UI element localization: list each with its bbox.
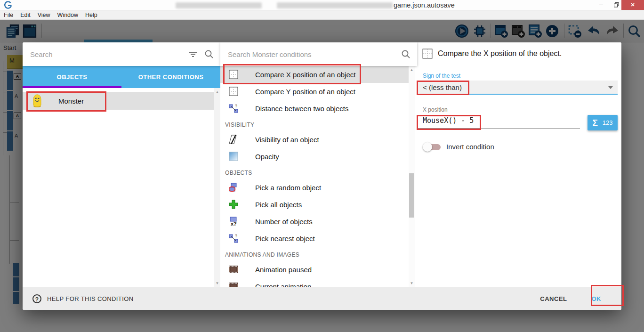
- condition-item-pick-nearest[interactable]: ? Pick nearest object: [220, 230, 409, 247]
- object-search-input[interactable]: [23, 50, 188, 58]
- distance-icon: ?: [228, 103, 239, 113]
- condition-item-animation-paused[interactable]: Animation paused: [220, 261, 409, 278]
- condition-list-scrollbar[interactable]: ▲ ▼: [409, 66, 415, 287]
- compare-x-icon: [228, 69, 239, 80]
- condition-item-distance[interactable]: ? Distance between two objects: [220, 100, 409, 117]
- condition-label: Visibility of an object: [255, 136, 319, 144]
- tab-objects[interactable]: OBJECTS: [23, 66, 121, 88]
- visibility-icon: [228, 134, 239, 145]
- condition-item-compare-y[interactable]: Compare Y position of an object: [220, 83, 409, 100]
- condition-section-header: OBJECTS: [220, 165, 409, 179]
- invert-condition-toggle[interactable]: [423, 142, 442, 152]
- object-search-card: [23, 42, 220, 66]
- condition-label: Compare X position of an object: [255, 71, 355, 79]
- sigma-icon: Σ: [592, 118, 597, 128]
- workspace: Start M A A A A: [0, 20, 644, 332]
- search-icon[interactable]: [204, 49, 214, 59]
- help-icon[interactable]: ?: [32, 294, 41, 303]
- condition-item-pick-random[interactable]: Pick a random object: [220, 179, 409, 196]
- condition-label: Animation paused: [255, 266, 312, 274]
- condition-list: Compare X position of an object Compare …: [220, 66, 409, 287]
- tab-other-conditions-label: OTHER CONDITIONS: [138, 73, 204, 81]
- object-list-scrollbar[interactable]: ▲ ▼: [214, 88, 220, 287]
- pick-nearest-icon: ?: [228, 233, 239, 243]
- sign-of-test-select[interactable]: < (less than): [418, 81, 618, 95]
- svg-text:x?: x?: [231, 221, 237, 226]
- condition-label: Pick all objects: [255, 201, 302, 209]
- ok-button[interactable]: OK: [592, 295, 602, 302]
- condition-description: Compare the X position of the object.: [438, 49, 562, 58]
- sign-of-test-label: Sign of the test: [423, 73, 460, 79]
- condition-item-current-animation[interactable]: Current animation: [220, 278, 409, 287]
- menu-window[interactable]: Window: [57, 12, 82, 18]
- condition-label: Opacity: [255, 153, 279, 161]
- object-list: Monster: [23, 88, 220, 287]
- sign-of-test-value: < (less than): [423, 83, 462, 91]
- svg-text:?: ?: [235, 104, 237, 108]
- tab-objects-label: OBJECTS: [57, 73, 88, 81]
- gdevelop-logo-icon: [4, 1, 12, 9]
- toggle-thumb: [423, 142, 432, 152]
- condition-label: Pick nearest object: [255, 235, 315, 243]
- restore-icon: [614, 2, 619, 8]
- current-animation-icon: [228, 281, 239, 287]
- search-icon[interactable]: [401, 49, 411, 59]
- condition-label: Compare Y position of an object: [255, 88, 355, 96]
- numbers-icon: 123: [603, 119, 613, 126]
- menu-file[interactable]: File: [4, 12, 17, 18]
- redacted-path-text: [176, 2, 262, 8]
- condition-item-opacity[interactable]: Opacity: [220, 148, 409, 165]
- condition-parameters-panel: Compare the X position of the object. Si…: [418, 42, 621, 287]
- condition-editor-dialog: OBJECTS OTHER CONDITIONS Monster: [23, 42, 621, 310]
- window-title: game.json.autosave: [394, 1, 455, 9]
- scroll-down-icon[interactable]: ▼: [409, 281, 415, 285]
- x-position-label: X position: [423, 106, 448, 113]
- left-panel-tabs: OBJECTS OTHER CONDITIONS: [23, 66, 220, 88]
- menu-view[interactable]: View: [38, 12, 55, 18]
- menu-edit[interactable]: Edit: [20, 12, 35, 18]
- active-tab-indicator: [23, 86, 121, 88]
- dialog-footer: ? HELP FOR THIS CONDITION CANCEL OK: [23, 287, 621, 310]
- condition-section-header: VISIBILITY: [220, 117, 409, 131]
- menu-help[interactable]: Help: [85, 12, 102, 18]
- compare-y-icon: [228, 86, 239, 97]
- object-item-monster[interactable]: Monster: [23, 92, 214, 110]
- close-button[interactable]: ✕: [621, 0, 644, 10]
- animation-paused-icon: [228, 264, 239, 275]
- invert-condition-label: Invert condition: [446, 143, 494, 151]
- tab-other-conditions[interactable]: OTHER CONDITIONS: [121, 66, 220, 88]
- cancel-button[interactable]: CANCEL: [540, 295, 567, 302]
- svg-text:?: ?: [235, 234, 237, 238]
- condition-search-input[interactable]: [220, 50, 401, 58]
- application-window: game.json.autosave – ✕ File Edit View Wi…: [0, 0, 644, 332]
- condition-section-header: ANIMATIONS AND IMAGES: [220, 247, 409, 261]
- scroll-up-icon[interactable]: ▲: [409, 68, 415, 72]
- title-bar: game.json.autosave – ✕: [0, 0, 644, 10]
- filter-icon[interactable]: [188, 49, 198, 59]
- condition-label: Distance between two objects: [255, 105, 348, 113]
- opacity-icon: [228, 151, 239, 162]
- chevron-down-icon: [608, 86, 613, 89]
- monster-icon: [32, 94, 42, 107]
- compare-x-icon: [422, 49, 433, 59]
- menu-bar: File Edit View Window Help: [0, 10, 644, 20]
- object-count-icon: x?: [228, 216, 239, 227]
- object-label: Monster: [58, 97, 84, 105]
- condition-item-object-count[interactable]: x? Number of objects: [220, 213, 409, 230]
- condition-label: Current animation: [255, 283, 311, 288]
- condition-label: Number of objects: [255, 218, 313, 226]
- condition-search-card: [220, 42, 417, 66]
- condition-item-compare-x[interactable]: Compare X position of an object: [220, 66, 409, 83]
- condition-item-visibility[interactable]: Visibility of an object: [220, 131, 409, 148]
- condition-item-pick-all[interactable]: Pick all objects: [220, 196, 409, 213]
- condition-label: Pick a random object: [255, 184, 321, 192]
- pick-all-icon: [228, 199, 239, 210]
- scroll-up-icon[interactable]: ▲: [214, 90, 220, 94]
- help-for-condition-button[interactable]: HELP FOR THIS CONDITION: [47, 295, 134, 302]
- scroll-down-icon[interactable]: ▼: [214, 281, 220, 285]
- minimize-button[interactable]: –: [594, 0, 608, 10]
- pick-random-icon: [228, 182, 239, 193]
- x-position-input[interactable]: [418, 114, 573, 128]
- expression-editor-button[interactable]: Σ 123: [588, 115, 618, 130]
- scrollbar-thumb[interactable]: [409, 173, 414, 218]
